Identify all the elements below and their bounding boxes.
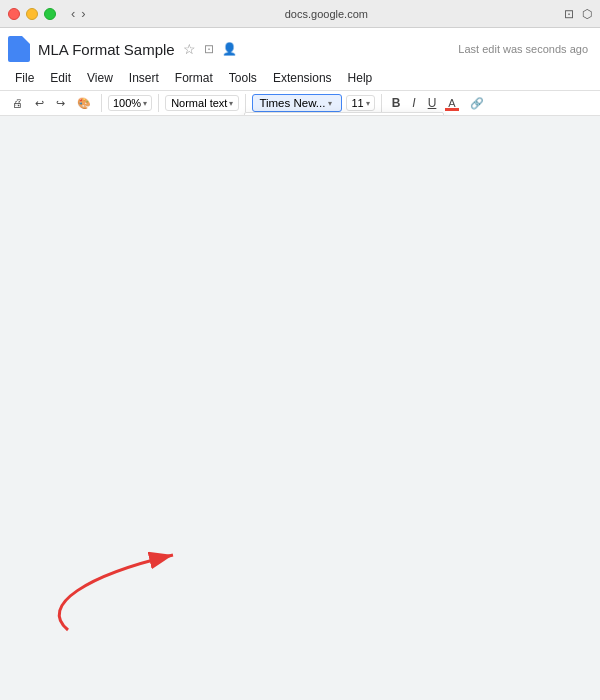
doc-title-row: MLA Format Sample ☆ ⊡ 👤 Last edit was se… (8, 32, 592, 66)
font-size-value: 11 (351, 97, 363, 109)
star-icon[interactable]: ☆ (183, 41, 196, 57)
redo-icon[interactable]: ↪ (52, 95, 69, 112)
doc-title: MLA Format Sample (38, 41, 175, 58)
tab-icon: ⊡ (564, 7, 574, 21)
text-color-button[interactable]: A (444, 95, 461, 111)
style-selector[interactable]: Normal text ▾ (165, 95, 239, 111)
menu-file[interactable]: File (8, 68, 41, 88)
cloud-icon: ⊡ (204, 42, 214, 56)
undo-icon[interactable]: ↩ (31, 95, 48, 112)
menu-extensions[interactable]: Extensions (266, 68, 339, 88)
style-dropdown-arrow: ▾ (229, 99, 233, 108)
font-dropdown-menu: A+ More fonts RECENT ✓ Times New Roman A… (244, 112, 444, 116)
toolbar-divider-4 (381, 94, 382, 112)
font-selector[interactable]: Times New... ▾ (252, 94, 342, 112)
menu-insert[interactable]: Insert (122, 68, 166, 88)
title-bar: ‹ › docs.google.com ⊡ ⬡ (0, 0, 600, 28)
font-dropdown-arrow: ▾ (328, 99, 332, 108)
font-size-selector[interactable]: 11 ▾ (346, 95, 374, 111)
zoom-value: 100% (113, 97, 141, 109)
menu-view[interactable]: View (80, 68, 120, 88)
paint-format-icon[interactable]: 🎨 (73, 95, 95, 112)
last-edit-text: Last edit was seconds ago (458, 44, 592, 55)
cast-icon: ⬡ (582, 7, 592, 21)
maximize-button[interactable] (44, 8, 56, 20)
menu-help[interactable]: Help (341, 68, 380, 88)
menu-tools[interactable]: Tools (222, 68, 264, 88)
toolbar-divider-1 (101, 94, 102, 112)
back-arrow[interactable]: ‹ (68, 6, 78, 21)
menu-edit[interactable]: Edit (43, 68, 78, 88)
zoom-selector[interactable]: 100% ▾ (108, 95, 152, 111)
doc-icon (8, 36, 30, 62)
size-dropdown-arrow: ▾ (366, 99, 370, 108)
forward-arrow[interactable]: › (78, 6, 88, 21)
highlight-button[interactable]: 🔗 (466, 95, 488, 112)
toolbar-divider-2 (158, 94, 159, 112)
print-icon[interactable]: 🖨 (8, 95, 27, 111)
zoom-dropdown-arrow: ▾ (143, 99, 147, 108)
menu-format[interactable]: Format (168, 68, 220, 88)
text-color-indicator (445, 108, 459, 111)
underline-button[interactable]: U (424, 94, 441, 112)
traffic-lights (8, 8, 56, 20)
doc-header: MLA Format Sample ☆ ⊡ 👤 Last edit was se… (0, 28, 600, 91)
toolbar-divider-3 (245, 94, 246, 112)
people-icon: 👤 (222, 42, 237, 56)
italic-button[interactable]: I (408, 94, 419, 112)
close-button[interactable] (8, 8, 20, 20)
font-dropdown-container: Times New... ▾ A+ More fonts RECENT ✓ Ti… (252, 94, 342, 112)
window-controls: ⊡ ⬡ (564, 7, 592, 21)
address-bar-text: docs.google.com (89, 8, 564, 20)
arrow-annotation (8, 535, 198, 635)
menu-bar: File Edit View Insert Format Tools Exten… (8, 66, 379, 90)
font-value: Times New... (259, 97, 325, 109)
bold-button[interactable]: B (388, 94, 405, 112)
style-value: Normal text (171, 97, 227, 109)
minimize-button[interactable] (26, 8, 38, 20)
toolbar: 🖨 ↩ ↪ 🎨 100% ▾ Normal text ▾ Times New..… (0, 91, 600, 116)
